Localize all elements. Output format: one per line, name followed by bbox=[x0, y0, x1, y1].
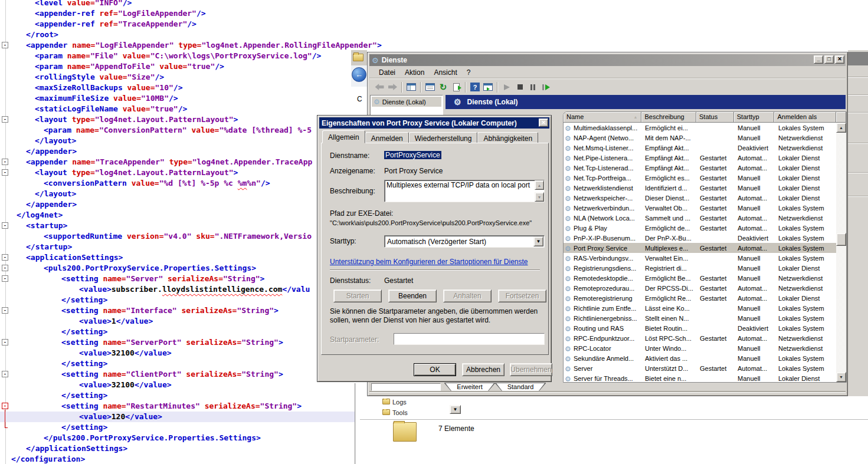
service-row-net-pipe-listenera-[interactable]: ⚙Net.Pipe-Listenera...Empfängt Akt...Ges… bbox=[564, 153, 837, 163]
toolbar-forward-icon[interactable] bbox=[386, 81, 399, 93]
code-line[interactable]: </root> bbox=[8, 29, 386, 40]
startparams-input[interactable] bbox=[394, 333, 545, 345]
scroll-up-button[interactable]: ▲ bbox=[836, 123, 846, 133]
service-row-net-msmq-listener-[interactable]: ⚙Net.Msmq-Listener...Empfängt Akt...Deak… bbox=[564, 143, 837, 153]
menu-item-datei[interactable]: Datei bbox=[379, 68, 395, 77]
fold-marker[interactable]: - bbox=[2, 116, 8, 123]
scroll-down-button[interactable]: ▼ bbox=[836, 372, 846, 382]
service-row-net-tcp-listenerad-[interactable]: ⚙Net.Tcp-Listenerad...Empfängt Akt...Ges… bbox=[564, 163, 837, 173]
scroll-down-icon[interactable]: ▼ bbox=[535, 192, 544, 202]
view-tab-erweitert[interactable]: Erweitert bbox=[444, 383, 495, 391]
code-line[interactable]: <setting name="RestartMinutes" serialize… bbox=[8, 401, 386, 412]
service-row-netzwerkspeicher-[interactable]: ⚙Netzwerkspeicher-...Dieser Dienst...Ges… bbox=[564, 193, 837, 203]
dropdown-button[interactable]: ▼ bbox=[450, 405, 461, 414]
view-tab-standard[interactable]: Standard bbox=[495, 383, 546, 391]
pause-button[interactable]: Anhalten bbox=[443, 289, 492, 302]
fold-marker[interactable]: - bbox=[2, 275, 8, 282]
cancel-button[interactable]: Abbrechen bbox=[462, 363, 505, 376]
service-row-server-f-r-threads-[interactable]: ⚙Server für Threads...Bietet eine n...Ma… bbox=[564, 373, 837, 383]
code-line[interactable]: <staticLogFileName value="true"/> bbox=[8, 104, 386, 114]
column-header-status[interactable]: Status bbox=[696, 112, 734, 123]
apply-button[interactable]: Übernehmen bbox=[510, 363, 552, 376]
service-row-nap-agent-netwo-[interactable]: ⚙NAP-Agent (Netwo...Mit dem NAP-...Manue… bbox=[564, 133, 837, 143]
toolbar-restart-icon[interactable] bbox=[539, 81, 552, 93]
services-list[interactable]: Name▲BeschreibungStatusStarttypAnmelden … bbox=[563, 111, 847, 383]
stop-button[interactable]: Beenden bbox=[388, 289, 437, 302]
service-row-routing-und-ras[interactable]: ⚙Routing und RASBietet Routin...Deaktivi… bbox=[564, 323, 837, 333]
starttype-select[interactable]: Automatisch (Verzögerter Start) ▼ bbox=[384, 235, 545, 248]
scrollbar-thumb[interactable] bbox=[836, 233, 846, 246]
dialog-tab-allgemein[interactable]: Allgemein bbox=[322, 130, 365, 143]
code-line[interactable]: <maximumFileSize value="10MB"/> bbox=[8, 93, 386, 104]
code-line[interactable]: </setting> bbox=[8, 390, 386, 401]
ok-button[interactable]: OK bbox=[414, 363, 456, 376]
folder-item[interactable]: Tools bbox=[382, 409, 408, 416]
startoptions-help-link[interactable]: Unterstützung beim Konfigurieren der Sta… bbox=[330, 258, 528, 266]
code-line[interactable]: </applicationSettings> bbox=[8, 443, 386, 454]
toolbar-refresh-icon[interactable]: ↻ bbox=[437, 81, 450, 93]
code-line[interactable]: <rollingStyle value="Size"/> bbox=[8, 72, 386, 83]
code-line[interactable]: <value>120</value> bbox=[0, 412, 355, 422]
code-line[interactable]: <maxSizeRollBackups value="10"/> bbox=[8, 83, 386, 93]
description-field[interactable]: Multiplexes external TCP/IP data on loca… bbox=[384, 180, 545, 202]
toolbar-export-list-icon[interactable] bbox=[450, 81, 463, 93]
service-row-registrierungsdiens-[interactable]: ⚙Registrierungsdiens...Registriert di...… bbox=[564, 263, 837, 273]
service-row-netzwerkverbindun-[interactable]: ⚙Netzwerkverbindun...Verwaltet Ob...Gest… bbox=[564, 203, 837, 213]
code-line[interactable]: <param name="File" value="C:\work\logs\P… bbox=[8, 51, 386, 61]
toolbar-pause-icon[interactable] bbox=[526, 81, 539, 93]
toolbar-start-icon[interactable] bbox=[500, 81, 513, 93]
fold-marker[interactable]: - bbox=[2, 159, 8, 165]
fold-marker[interactable]: - bbox=[2, 42, 8, 48]
maximize-button[interactable]: □ bbox=[824, 55, 834, 64]
dialog-tab-anmelden[interactable]: Anmelden bbox=[365, 132, 409, 143]
fold-marker[interactable]: - bbox=[2, 371, 8, 377]
code-line[interactable]: <appender-ref ref="TraceAppender"/> bbox=[8, 19, 386, 29]
service-row-rpc-endpunktzuor-[interactable]: ⚙RPC-Endpunktzuor...Löst RPC-Sch...Gesta… bbox=[564, 333, 837, 343]
menu-item-aktion[interactable]: Aktion bbox=[405, 68, 424, 77]
service-row-remotedesktopdie-[interactable]: ⚙Remotedesktopdie...Ermöglicht Be...Gest… bbox=[564, 273, 837, 283]
menu-item-ansicht[interactable]: Ansicht bbox=[434, 68, 457, 77]
fold-marker[interactable]: - bbox=[2, 403, 8, 409]
dialog-tab-wiederherstellung[interactable]: Wiederherstellung bbox=[409, 132, 478, 143]
code-line[interactable]: </setting> bbox=[8, 422, 386, 433]
code-line[interactable]: </puls200.PortProxyService.Properties.Se… bbox=[8, 433, 386, 443]
service-row-plug-play[interactable]: ⚙Plug & PlayErmöglicht de...GestartetAut… bbox=[564, 223, 837, 233]
menu-item-?[interactable]: ? bbox=[467, 68, 471, 77]
column-header-anmelden-als[interactable]: Anmelden als bbox=[774, 112, 836, 123]
service-row-remoteprozedurau-[interactable]: ⚙Remoteprozedurau...Der RPCSS-Di...Gesta… bbox=[564, 283, 837, 293]
list-scrollbar[interactable]: ▲ ▼ bbox=[836, 123, 846, 382]
toolbar-show-tree-icon[interactable] bbox=[405, 81, 418, 93]
column-header-name[interactable]: Name▲ bbox=[564, 112, 641, 123]
fold-marker[interactable]: - bbox=[2, 169, 8, 176]
dialog-tab-abhängigkeiten[interactable]: Abhängigkeiten bbox=[477, 132, 538, 143]
fold-marker[interactable]: - bbox=[2, 307, 8, 314]
toolbar-extended-view-icon[interactable] bbox=[482, 81, 494, 93]
dialog-titlebar[interactable]: Eigenschaften von Port Proxy Service (Lo… bbox=[319, 117, 549, 129]
service-row-richtlinie-zum-entfe-[interactable]: ⚙Richtlinie zum Entfe...Lässt eine Ko...… bbox=[564, 303, 837, 313]
code-line[interactable]: <appender name="LogFileAppender" type="l… bbox=[8, 40, 386, 51]
toolbar-stop-icon[interactable] bbox=[513, 81, 526, 93]
address-bar-fragment[interactable]: C bbox=[357, 95, 362, 103]
minimize-button[interactable]: _ bbox=[814, 55, 823, 64]
resume-button[interactable]: Fortsetzen bbox=[498, 289, 546, 302]
service-row-pnp-x-ip-busenum-[interactable]: ⚙PnP-X-IP-Busenum...Der PnP-X-Bu...Deakt… bbox=[564, 233, 837, 243]
close-button[interactable]: ✕ bbox=[835, 55, 844, 64]
code-line[interactable]: <param name="AppendToFile" value="true"/… bbox=[8, 61, 386, 72]
back-button[interactable]: ← bbox=[352, 67, 366, 82]
scroll-up-icon[interactable]: ▲ bbox=[535, 180, 544, 190]
column-header-beschreibung[interactable]: Beschreibung bbox=[641, 112, 696, 123]
start-button[interactable]: Starten bbox=[333, 289, 382, 302]
code-line[interactable]: <appender-ref ref="LogFileAppender"/> bbox=[8, 8, 386, 19]
column-header-starttyp[interactable]: Starttyp bbox=[734, 112, 775, 123]
chevron-down-icon[interactable]: ▼ bbox=[533, 236, 543, 246]
fold-marker[interactable]: - bbox=[2, 254, 8, 261]
toolbar-help-icon[interactable]: ? bbox=[469, 81, 482, 93]
fold-marker[interactable]: - bbox=[2, 222, 8, 229]
service-row-port-proxy-service[interactable]: ⚙Port Proxy ServiceMultiplexes e...Gesta… bbox=[564, 243, 837, 253]
service-row-ras-verbindungsv-[interactable]: ⚙RAS-Verbindungsv...Verwaltet Ein...Manu… bbox=[564, 253, 837, 263]
service-row-richtlinienergebniss-[interactable]: ⚙Richtlinienergebniss...Stellt einen N..… bbox=[564, 313, 837, 323]
fold-marker[interactable]: - bbox=[2, 265, 8, 271]
close-icon[interactable]: ✕ bbox=[539, 119, 548, 127]
folder-item[interactable]: Logs bbox=[382, 399, 407, 406]
tree-item-dienste-lokal[interactable]: ⚙ Dienste (Lokal) bbox=[372, 97, 441, 107]
